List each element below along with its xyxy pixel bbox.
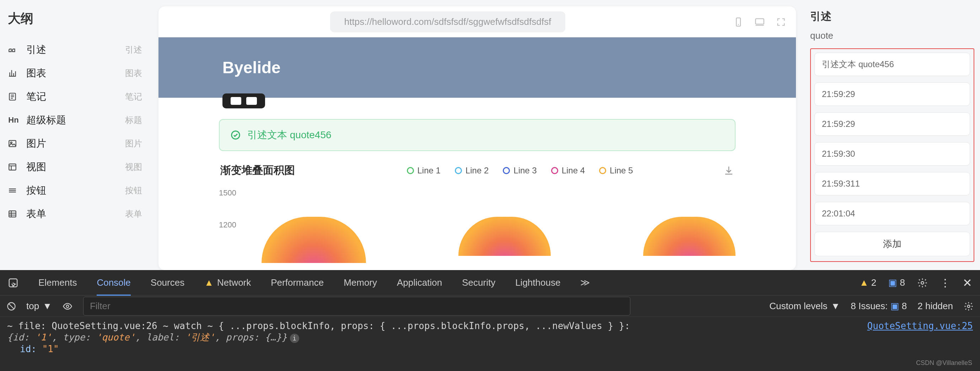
live-expression-icon[interactable] bbox=[62, 301, 73, 311]
address-bar: https://helloword.com/sdfsfsdf/sggwefwfs… bbox=[159, 6, 796, 37]
check-circle-icon bbox=[230, 130, 241, 140]
outline-label: 表单 bbox=[26, 207, 46, 221]
outline-tag: 引述 bbox=[125, 44, 142, 56]
warning-count[interactable]: ▲ 2 bbox=[859, 277, 876, 288]
outline-item-quote[interactable]: 引述 引述 bbox=[6, 38, 143, 62]
outline-item-image[interactable]: 图片 图片 bbox=[6, 132, 143, 155]
clear-icon[interactable] bbox=[6, 301, 16, 311]
fields-group: 添加 bbox=[810, 48, 974, 262]
console-toolbar: top ▼ Custom levels ▼ 8 Issues: ▣ 8 2 hi… bbox=[0, 296, 980, 317]
tab-elements[interactable]: Elements bbox=[38, 277, 77, 288]
legend-item[interactable]: Line 4 bbox=[551, 166, 585, 175]
outline-item-heading[interactable]: Hn 超级标题 标题 bbox=[6, 108, 143, 132]
y-tick: 1200 bbox=[219, 220, 236, 229]
svg-point-12 bbox=[967, 305, 970, 307]
outline-tag: 视图 bbox=[125, 161, 142, 173]
tabs-overflow[interactable]: ≫ bbox=[580, 277, 590, 288]
heading-icon: Hn bbox=[8, 116, 19, 125]
log-object-preview[interactable]: {id: '1', type: 'quote', label: '引述', pr… bbox=[7, 331, 973, 344]
tab-security[interactable]: Security bbox=[462, 277, 495, 288]
add-button[interactable]: 添加 bbox=[815, 232, 970, 256]
time-input[interactable] bbox=[815, 202, 970, 225]
time-input[interactable] bbox=[815, 172, 970, 196]
hero-title: Byelide bbox=[223, 58, 281, 77]
tab-application[interactable]: Application bbox=[397, 277, 442, 288]
url-text: https://helloword.com/sdfsfsdf/sggwefwfs… bbox=[330, 11, 565, 32]
filter-input[interactable] bbox=[83, 297, 630, 315]
url-display: https://helloword.com/sdfsfsdf/sggwefwfs… bbox=[169, 11, 727, 32]
settings-icon[interactable] bbox=[964, 301, 974, 311]
outline-label: 图表 bbox=[26, 67, 46, 80]
svg-point-9 bbox=[921, 282, 924, 284]
issues-display[interactable]: 8 Issues: ▣ 8 bbox=[851, 301, 907, 312]
legend-item[interactable]: Line 5 bbox=[599, 166, 633, 175]
hero-toolbar[interactable] bbox=[223, 94, 265, 108]
outline-tag: 表单 bbox=[125, 208, 142, 220]
outline-item-chart[interactable]: 图表 图表 bbox=[6, 62, 143, 85]
inspect-icon[interactable] bbox=[8, 277, 19, 288]
outline-title: 大纲 bbox=[6, 10, 143, 27]
context-select[interactable]: top ▼ bbox=[26, 301, 52, 312]
panel-subtitle: quote bbox=[810, 30, 974, 41]
tab-memory[interactable]: Memory bbox=[344, 277, 377, 288]
time-input[interactable] bbox=[815, 83, 970, 106]
desktop-icon[interactable] bbox=[754, 17, 765, 27]
outline-item-form[interactable]: 表单 表单 bbox=[6, 202, 143, 226]
watermark: CSDN @VillanelleS bbox=[916, 359, 972, 367]
view-icon bbox=[8, 162, 19, 172]
settings-icon[interactable] bbox=[917, 277, 928, 288]
button-icon bbox=[8, 186, 19, 195]
settings-panel: 引述 quote 添加 bbox=[802, 0, 980, 270]
tab-network[interactable]: ▲ Network bbox=[204, 277, 251, 288]
tab-sources[interactable]: Sources bbox=[151, 277, 185, 288]
svg-rect-6 bbox=[756, 19, 764, 24]
outline-tag: 笔记 bbox=[125, 91, 142, 102]
svg-rect-1 bbox=[9, 140, 16, 146]
kebab-icon[interactable]: ⋮ bbox=[940, 277, 950, 289]
tab-console[interactable]: Console bbox=[97, 277, 130, 296]
y-tick: 1500 bbox=[219, 188, 236, 197]
quote-block[interactable]: 引述文本 quote456 bbox=[219, 119, 735, 151]
time-input[interactable] bbox=[815, 112, 970, 136]
chevron-down-icon: ▼ bbox=[831, 301, 840, 312]
image-icon bbox=[8, 139, 19, 148]
mobile-icon[interactable] bbox=[733, 17, 743, 27]
svg-rect-4 bbox=[9, 211, 16, 217]
chart-header: 渐变堆叠面积图 Line 1 Line 2 Line 3 Line 4 Line… bbox=[219, 163, 735, 178]
log-expanded-row: id: "1" bbox=[7, 344, 973, 354]
time-input[interactable] bbox=[815, 142, 970, 166]
tab-performance[interactable]: Performance bbox=[271, 277, 324, 288]
info-icon[interactable]: i bbox=[290, 334, 299, 343]
svg-point-11 bbox=[66, 305, 68, 307]
preview-pane: https://helloword.com/sdfsfsdf/sggwefwfs… bbox=[152, 0, 802, 270]
close-icon[interactable]: ✕ bbox=[963, 276, 972, 290]
legend-item[interactable]: Line 2 bbox=[455, 166, 488, 175]
outline-label: 超级标题 bbox=[26, 113, 66, 127]
levels-select[interactable]: Custom levels ▼ bbox=[769, 301, 840, 312]
info-count[interactable]: ▣ 8 bbox=[888, 277, 905, 288]
log-source-link[interactable]: QuoteSetting.vue:25 bbox=[867, 320, 973, 331]
area-bump bbox=[458, 217, 551, 256]
devtools-tabs: Elements Console Sources ▲ Network Perfo… bbox=[0, 270, 980, 296]
chevron-down-icon: ▼ bbox=[43, 301, 52, 312]
outline-label: 视图 bbox=[26, 160, 46, 174]
svg-rect-3 bbox=[9, 164, 16, 170]
outline-item-view[interactable]: 视图 视图 bbox=[6, 155, 143, 179]
chart-canvas: 1500 1200 bbox=[219, 185, 735, 256]
devtools-panel: Elements Console Sources ▲ Network Perfo… bbox=[0, 270, 980, 371]
quote-text-input[interactable] bbox=[815, 53, 970, 76]
tab-lighthouse[interactable]: Lighthouse bbox=[515, 277, 560, 288]
quote-text: 引述文本 quote456 bbox=[247, 128, 331, 142]
outline-label: 按钮 bbox=[26, 184, 46, 197]
outline-label: 引述 bbox=[26, 43, 46, 56]
note-icon bbox=[8, 92, 19, 101]
download-icon[interactable] bbox=[724, 165, 734, 176]
outline-item-note[interactable]: 笔记 笔记 bbox=[6, 85, 143, 108]
panel-title: 引述 bbox=[810, 9, 974, 24]
outline-item-button[interactable]: 按钮 按钮 bbox=[6, 179, 143, 202]
outline-panel: 大纲 引述 引述 图表 图表 笔记 笔记 Hn 超级标 bbox=[0, 0, 152, 270]
legend-item[interactable]: Line 3 bbox=[503, 166, 536, 175]
outline-tag: 图表 bbox=[125, 67, 142, 79]
legend-item[interactable]: Line 1 bbox=[407, 166, 441, 175]
fullscreen-icon[interactable] bbox=[776, 17, 786, 27]
